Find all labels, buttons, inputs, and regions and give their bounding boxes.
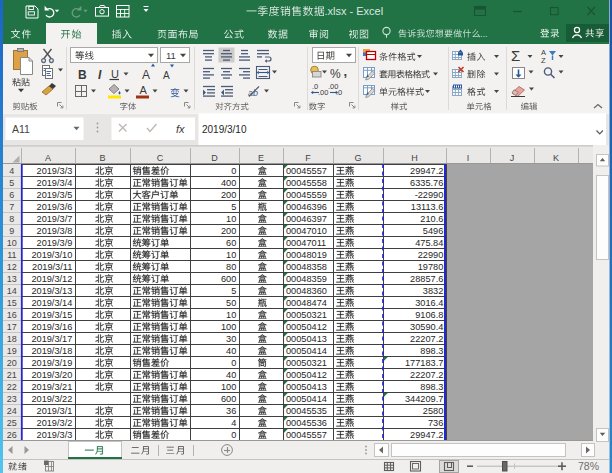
svg-text:2019/3/12: 2019/3/12 (31, 274, 72, 284)
svg-text:14: 14 (7, 286, 17, 296)
svg-text:22: 22 (7, 382, 17, 392)
svg-text:U: U (111, 68, 119, 80)
svg-text:29947.2: 29947.2 (410, 166, 443, 176)
svg-text:0: 0 (231, 166, 236, 176)
svg-text:2019/3/9: 2019/3/9 (37, 238, 73, 248)
svg-text:2019/3/17: 2019/3/17 (31, 334, 72, 344)
svg-text:80: 80 (226, 262, 236, 272)
svg-text:2019/3/3: 2019/3/3 (37, 430, 73, 440)
svg-text:00046396: 00046396 (286, 202, 327, 212)
svg-text:2019/3/1: 2019/3/1 (37, 406, 73, 416)
svg-text:100: 100 (221, 322, 236, 332)
svg-text:17: 17 (7, 322, 17, 332)
svg-text:3832: 3832 (423, 286, 443, 296)
svg-text:13113.6: 13113.6 (411, 202, 444, 212)
svg-text:2019/3/19: 2019/3/19 (31, 358, 72, 368)
svg-text:78%: 78% (578, 460, 599, 472)
svg-text:B: B (99, 153, 105, 163)
svg-text:15: 15 (7, 298, 17, 308)
svg-text:12: 12 (7, 262, 17, 272)
svg-text:2019/3/10: 2019/3/10 (202, 124, 247, 135)
svg-text:00047011: 00047011 (286, 238, 326, 248)
svg-text:26: 26 (7, 430, 17, 440)
svg-text:Z: Z (541, 56, 546, 65)
svg-text:2019/3/8: 2019/3/8 (37, 226, 73, 236)
svg-text:2019/3/2: 2019/3/2 (37, 418, 73, 428)
svg-text:00046397: 00046397 (286, 214, 327, 224)
svg-text:G: G (354, 153, 361, 163)
svg-text:00048019: 00048019 (286, 250, 327, 260)
svg-text:2019/3/20: 2019/3/20 (31, 370, 72, 380)
svg-text:400: 400 (221, 178, 236, 188)
svg-text:00045559: 00045559 (286, 190, 327, 200)
svg-text:36: 36 (226, 406, 236, 416)
svg-text:H: H (411, 153, 418, 163)
svg-text:9106.8: 9106.8 (415, 310, 443, 320)
svg-text:50: 50 (226, 298, 236, 308)
svg-text:18: 18 (7, 334, 17, 344)
svg-text:30: 30 (226, 334, 236, 344)
svg-text:19: 19 (7, 346, 17, 356)
svg-text:A: A (163, 70, 170, 81)
svg-text:00045536: 00045536 (286, 418, 327, 428)
svg-text:,: , (344, 64, 348, 79)
svg-text:2019/3/4: 2019/3/4 (37, 178, 73, 188)
svg-text:00045558: 00045558 (286, 178, 327, 188)
svg-text:2019/3/11: 2019/3/11 (32, 262, 72, 272)
svg-text:%: % (330, 67, 341, 81)
svg-text:600: 600 (221, 274, 236, 284)
svg-text:3016.4: 3016.4 (415, 298, 443, 308)
svg-text:2019/3/15: 2019/3/15 (31, 310, 72, 320)
svg-text:00050414: 00050414 (286, 346, 327, 356)
svg-text:5: 5 (231, 286, 236, 296)
svg-text:177183.7: 177183.7 (405, 358, 443, 368)
svg-text:F: F (305, 153, 311, 163)
svg-text:20: 20 (7, 358, 17, 368)
svg-text:00045535: 00045535 (286, 406, 327, 416)
svg-text:K: K (553, 153, 559, 163)
svg-text:2019/3/14: 2019/3/14 (31, 298, 72, 308)
svg-text:29947.2: 29947.2 (410, 430, 443, 440)
svg-text:2019/3/21: 2019/3/21 (31, 382, 72, 392)
svg-text:13: 13 (7, 274, 17, 284)
svg-text:00048474: 00048474 (286, 298, 327, 308)
svg-text:28857.6: 28857.6 (410, 274, 443, 284)
svg-text:00050412: 00050412 (286, 322, 327, 332)
svg-text:2019/3/16: 2019/3/16 (31, 322, 72, 332)
svg-text:5: 5 (9, 178, 14, 188)
svg-text:D: D (211, 153, 218, 163)
svg-text:2019/3/10: 2019/3/10 (31, 250, 72, 260)
svg-text:898.3: 898.3 (420, 346, 443, 356)
svg-text:898.3: 898.3 (420, 382, 443, 392)
svg-text:00045557: 00045557 (286, 430, 327, 440)
svg-text:16: 16 (7, 310, 17, 320)
svg-text:-22990: -22990 (415, 190, 444, 200)
svg-text:9: 9 (9, 226, 14, 236)
svg-text:C: C (157, 153, 164, 163)
svg-text:24: 24 (7, 406, 17, 416)
svg-text:60: 60 (226, 238, 236, 248)
svg-text:6: 6 (9, 190, 14, 200)
svg-text:22207.2: 22207.2 (410, 334, 443, 344)
svg-text:2019/3/18: 2019/3/18 (31, 346, 72, 356)
svg-text:E: E (258, 153, 264, 163)
svg-text:A: A (140, 84, 148, 96)
svg-text:2019/3/22: 2019/3/22 (31, 394, 72, 404)
svg-text:210.6: 210.6 (420, 214, 443, 224)
svg-text:25: 25 (7, 418, 17, 428)
svg-text:8: 8 (9, 214, 14, 224)
svg-text:00048360: 00048360 (286, 286, 327, 296)
svg-text:6335.76: 6335.76 (410, 178, 443, 188)
svg-text:2580: 2580 (423, 406, 443, 416)
svg-text:200: 200 (221, 190, 236, 200)
svg-text:5: 5 (231, 202, 236, 212)
svg-text:B: B (78, 68, 87, 82)
svg-text:10: 10 (226, 250, 236, 260)
svg-text:2019/3/6: 2019/3/6 (37, 202, 73, 212)
svg-text:0: 0 (231, 358, 236, 368)
svg-text:.xlsx - Excel: .xlsx - Excel (325, 5, 384, 17)
svg-text:...: ... (480, 29, 488, 39)
svg-text:00047010: 00047010 (286, 226, 327, 236)
svg-text:4: 4 (231, 418, 236, 428)
svg-text:736: 736 (428, 418, 443, 428)
